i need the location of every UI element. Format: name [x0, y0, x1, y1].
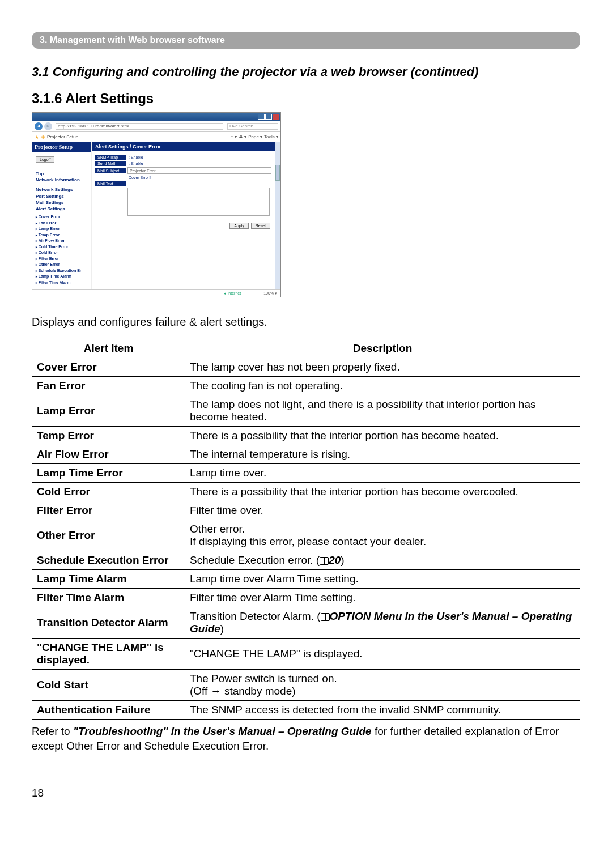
- status-bar: ● Internet 100% ▾: [32, 289, 280, 297]
- scrollbar[interactable]: [275, 142, 280, 289]
- nav-item[interactable]: Network Settings: [36, 186, 88, 193]
- alert-description: Filter time over Alarm Time setting.: [185, 589, 580, 607]
- alert-item: Other Error: [32, 520, 185, 551]
- section-heading: 3.1.6 Alert Settings: [32, 91, 580, 107]
- snmp-trap-value[interactable]: : Enable: [126, 155, 146, 160]
- alert-description: Other error.If displaying this error, pl…: [185, 520, 580, 551]
- manual-ref-icon: [320, 557, 329, 565]
- subnav-item[interactable]: Air Flow Error: [36, 238, 88, 244]
- alert-item: Authentication Failure: [32, 701, 185, 720]
- add-favorite-icon[interactable]: ✚: [41, 134, 45, 140]
- subnav-item[interactable]: Fan Error: [36, 220, 88, 227]
- alert-description: The cooling fan is not operating.: [185, 377, 580, 395]
- alert-item: "CHANGE THE LAMP" is displayed.: [32, 639, 185, 670]
- alert-form: SNMP Trap : Enable Send Mail : Enable Ma…: [92, 151, 275, 219]
- send-mail-label: Send Mail: [95, 161, 126, 166]
- table-row: Temp ErrorThere is a possibility that th…: [32, 427, 580, 445]
- snmp-trap-label: SNMP Trap: [95, 155, 126, 160]
- subnav-item[interactable]: Cold Time Error: [36, 244, 88, 250]
- alert-description: The Power switch is turned on.(Off → sta…: [185, 670, 580, 701]
- sidebar-nav-sections: Network Settings Port Settings Mail Sett…: [32, 185, 91, 214]
- sidebar: Projector Setup Logoff Top: Network Info…: [32, 142, 92, 289]
- col-header-desc: Description: [185, 339, 580, 358]
- reset-button[interactable]: Reset: [251, 223, 270, 229]
- alert-description: The SNMP access is detected from the inv…: [185, 701, 580, 720]
- panel-title: Alert Settings / Cover Error: [92, 142, 275, 151]
- send-mail-value[interactable]: : Enable: [126, 161, 146, 166]
- close-icon[interactable]: [273, 114, 279, 120]
- subnav-item[interactable]: Cold Error: [36, 250, 88, 256]
- alert-description: The internal temperature is rising.: [185, 445, 580, 464]
- mail-subject-input[interactable]: Projector Error: [128, 167, 271, 174]
- alert-item: Lamp Error: [32, 395, 185, 427]
- tab-row: ★ ✚ Projector Setup ⌂ ▾ 🖶 ▾ Page ▾ Tools…: [32, 132, 280, 142]
- subnav-item[interactable]: Other Error: [36, 262, 88, 268]
- nav-network-info[interactable]: Network Information: [36, 177, 88, 183]
- alert-description: Filter time over.: [185, 501, 580, 520]
- tools-menu[interactable]: Tools ▾: [264, 134, 278, 139]
- subnav-item[interactable]: Filter Time Alarm: [36, 280, 88, 286]
- obj-name: Cover Error!!: [126, 175, 154, 180]
- maximize-icon[interactable]: [265, 114, 272, 120]
- alert-description: Lamp time over Alarm Time setting.: [185, 570, 580, 589]
- table-row: Schedule Execution ErrorSchedule Executi…: [32, 551, 580, 570]
- table-row: Cold StartThe Power switch is turned on.…: [32, 670, 580, 701]
- nav-item[interactable]: Alert Settings: [36, 206, 88, 212]
- alert-item: Schedule Execution Error: [32, 551, 185, 570]
- subnav-item[interactable]: Filter Error: [36, 256, 88, 262]
- logoff-button[interactable]: Logoff: [36, 156, 54, 163]
- browser-screenshot: ◄ ► http://192.168.1.10/admin/alert.html…: [32, 112, 281, 297]
- alert-description: Schedule Execution error. (20): [185, 551, 580, 570]
- apply-button[interactable]: Apply: [230, 223, 249, 229]
- nav-item[interactable]: Port Settings: [36, 193, 88, 199]
- home-icon[interactable]: ⌂ ▾: [231, 134, 237, 139]
- browser-toolbar: ◄ ► http://192.168.1.10/admin/alert.html…: [32, 121, 280, 132]
- alert-item: Filter Time Alarm: [32, 589, 185, 607]
- subnav-item[interactable]: Temp Error: [36, 232, 88, 239]
- subnav-item[interactable]: Schedule Execution Er: [36, 268, 88, 274]
- nav-top[interactable]: Top:: [36, 171, 88, 177]
- alert-description: "CHANGE THE LAMP" is displayed.: [185, 639, 580, 670]
- search-input[interactable]: Live Search: [227, 123, 278, 130]
- sidebar-heading: Projector Setup: [32, 142, 91, 152]
- print-icon[interactable]: 🖶 ▾: [239, 134, 246, 139]
- subnav-item-active[interactable]: Cover Error: [36, 214, 88, 220]
- intro-text: Displays and configures failure & alert …: [32, 316, 580, 329]
- minimize-icon[interactable]: [258, 114, 265, 120]
- breadcrumb: 3. Management with Web browser software: [32, 32, 580, 49]
- screenshot-body: Projector Setup Logoff Top: Network Info…: [32, 142, 280, 289]
- subnav-item[interactable]: Lamp Time Alarm: [36, 274, 88, 280]
- browser-tab[interactable]: ★ ✚ Projector Setup: [35, 134, 78, 140]
- table-row: Other ErrorOther error.If displaying thi…: [32, 520, 580, 551]
- table-row: Cold ErrorThere is a possibility that th…: [32, 483, 580, 501]
- table-row: Cover ErrorThe lamp cover has not been p…: [32, 358, 580, 377]
- table-row: "CHANGE THE LAMP" is displayed."CHANGE T…: [32, 639, 580, 670]
- manual-ref-icon: [321, 613, 330, 621]
- sidebar-nav-top: Top: Network Information: [32, 167, 91, 185]
- table-row: Lamp Time AlarmLamp time over Alarm Time…: [32, 570, 580, 589]
- zoom-level[interactable]: 100% ▾: [264, 291, 277, 296]
- alert-item: Transition Detector Alarm: [32, 607, 185, 639]
- alert-item: Cold Error: [32, 483, 185, 501]
- alert-description: The lamp cover has not been properly fix…: [185, 358, 580, 377]
- table-row: Air Flow ErrorThe internal temperature i…: [32, 445, 580, 464]
- mail-text-label: Mail Text: [95, 181, 126, 186]
- back-icon[interactable]: ◄: [35, 122, 42, 130]
- page-number: 18: [32, 787, 580, 799]
- alert-item: Lamp Time Alarm: [32, 570, 185, 589]
- address-bar[interactable]: http://192.168.1.10/admin/alert.html: [56, 123, 223, 130]
- browser-tools: ⌂ ▾ 🖶 ▾ Page ▾ Tools ▾: [231, 134, 278, 139]
- forward-icon[interactable]: ►: [44, 122, 52, 130]
- mail-text-input[interactable]: [128, 188, 270, 216]
- favorite-icon[interactable]: ★: [35, 134, 39, 140]
- alert-item: Air Flow Error: [32, 445, 185, 464]
- nav-item[interactable]: Mail Settings: [36, 199, 88, 206]
- page-menu[interactable]: Page ▾: [248, 134, 262, 139]
- alert-description: The lamp does not light, and there is a …: [185, 395, 580, 427]
- tab-label: Projector Setup: [47, 134, 78, 139]
- window-titlebar: [32, 113, 280, 121]
- alert-description: There is a possibility that the interior…: [185, 483, 580, 501]
- table-row: Lamp Time ErrorLamp time over.: [32, 464, 580, 483]
- scrollbar-thumb[interactable]: [275, 165, 280, 181]
- subnav-item[interactable]: Lamp Error: [36, 226, 88, 232]
